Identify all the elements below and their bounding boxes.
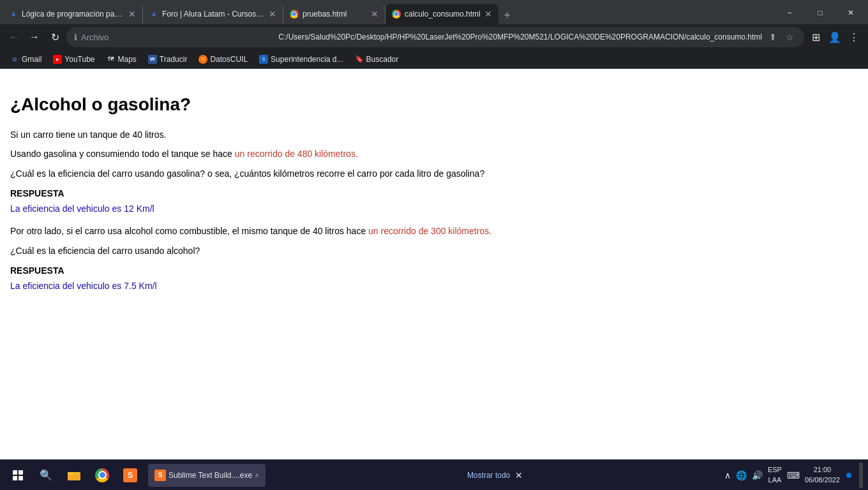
bookmark-gmail-label: Gmail bbox=[22, 55, 41, 64]
address-action-icons: ⬆ ☆ bbox=[766, 30, 797, 44]
bookmark-gmail[interactable]: G Gmail bbox=[5, 52, 47, 67]
word-favicon: W bbox=[148, 55, 157, 64]
bookmark-star-icon[interactable]: ☆ bbox=[782, 30, 797, 44]
taskbar-right: ∧ 🌐 🔊 ESP LAA ⌨ 21:00 06/08/2022 bbox=[724, 463, 863, 488]
result-2-text: La eficiencia del vehiculo es 7.5 Km/l bbox=[10, 281, 858, 291]
tab-favicon-1: a bbox=[9, 10, 18, 19]
tab-favicon-3 bbox=[290, 10, 299, 19]
network-icon[interactable]: 🌐 bbox=[736, 470, 747, 480]
bookmarks-bar: G Gmail YouTube 🗺 Maps W Traducir D Dato… bbox=[0, 50, 868, 69]
datoscuil-favicon: D bbox=[198, 55, 207, 64]
tab-close-1[interactable]: ✕ bbox=[128, 9, 136, 19]
tab-close-4[interactable]: ✕ bbox=[484, 9, 492, 19]
forward-button[interactable]: → bbox=[26, 28, 43, 46]
respuesta-1-label: RESPUESTA bbox=[10, 188, 858, 198]
tab-close-3[interactable]: ✕ bbox=[371, 9, 378, 19]
taskbar: 🔍 S S Sublime Text Build....exe ∧ Mostra… bbox=[0, 459, 868, 490]
maximize-button[interactable]: □ bbox=[805, 4, 835, 22]
profile-icon[interactable]: 👤 bbox=[826, 28, 844, 46]
tab-label-3: pruebas.html bbox=[303, 10, 367, 19]
clock-display[interactable]: 21:00 06/08/2022 bbox=[805, 465, 840, 485]
paragraph-5: ¿Cuál es la eficiencia del carro usando … bbox=[10, 244, 858, 258]
clock-date: 06/08/2022 bbox=[805, 475, 840, 485]
show-all-button[interactable]: Mostrar todo bbox=[467, 471, 510, 480]
minimize-button[interactable]: − bbox=[775, 4, 804, 22]
search-icon: 🔍 bbox=[40, 469, 52, 481]
bookmark-maps-label: Maps bbox=[118, 55, 137, 64]
sublime-icon: S bbox=[123, 468, 137, 482]
running-app-chevron: ∧ bbox=[255, 471, 259, 479]
maps-favicon: 🗺 bbox=[107, 55, 116, 64]
tab-favicon-2: a bbox=[149, 10, 158, 19]
bookmark-traducir[interactable]: W Traducir bbox=[143, 52, 193, 67]
bookmark-datosCUIL[interactable]: D DatosCUIL bbox=[193, 52, 253, 67]
tab-calculo[interactable]: calculo_consumo.html ✕ bbox=[385, 4, 498, 24]
paragraph-2-pre: Usando gasolina y consumiendo todo el ta… bbox=[10, 149, 235, 159]
start-icon bbox=[13, 470, 23, 480]
sublime-taskbar-button[interactable]: S bbox=[117, 463, 143, 488]
tab-logica[interactable]: a Lógica de programación parte 1: ✕ bbox=[3, 4, 143, 24]
file-explorer-button[interactable] bbox=[61, 463, 87, 488]
bookmark-youtube-label: YouTube bbox=[64, 55, 94, 64]
svg-rect-2 bbox=[68, 472, 73, 475]
bookmark-datoscuil-label: DatosCUIL bbox=[210, 55, 248, 64]
bookmark-maps[interactable]: 🗺 Maps bbox=[101, 52, 142, 67]
lang-sub: LAA bbox=[768, 475, 782, 485]
paragraph-1: Si un carro tiene un tanque de 40 litros… bbox=[10, 128, 858, 142]
tab-bar: a Lógica de programación parte 1: ✕ a Fo… bbox=[0, 0, 868, 24]
paragraph-3: ¿Cuál es la eficiencia del carro usando … bbox=[10, 167, 858, 181]
bookmark-super-label: Superintendencia d... bbox=[271, 55, 343, 64]
lock-icon: ℹ bbox=[74, 33, 77, 42]
volume-icon[interactable]: 🔊 bbox=[752, 470, 763, 480]
close-button[interactable]: ✕ bbox=[836, 4, 865, 22]
search-taskbar-button[interactable]: 🔍 bbox=[33, 463, 59, 488]
page-content: ¿Alcohol o gasolina? Si un carro tiene u… bbox=[0, 69, 868, 459]
browser-customize-icon[interactable]: ⊞ bbox=[807, 28, 825, 46]
folder-icon bbox=[67, 468, 81, 482]
paragraph-2: Usando gasolina y consumiendo todo el ta… bbox=[10, 147, 858, 161]
tab-close-2[interactable]: ✕ bbox=[269, 9, 276, 19]
bookmark-traducir-label: Traducir bbox=[160, 55, 188, 64]
result-1-text: La eficiencia del vehiculo es 12 Km/l bbox=[10, 204, 858, 214]
chrome-icon bbox=[95, 468, 109, 482]
language-indicator[interactable]: ESP LAA bbox=[768, 465, 782, 485]
new-tab-button[interactable]: + bbox=[498, 6, 516, 24]
respuesta-2-label: RESPUESTA bbox=[10, 265, 858, 276]
tray-chevron[interactable]: ∧ bbox=[724, 470, 731, 480]
refresh-button[interactable]: ↻ bbox=[46, 28, 64, 46]
paragraph-4: Por otro lado, si el carro usa alcohol c… bbox=[10, 224, 858, 238]
paragraph-4-highlight: un recorrido de 300 kilómetros. bbox=[368, 226, 491, 236]
browser-window: a Lógica de programación parte 1: ✕ a Fo… bbox=[0, 0, 868, 490]
tab-label-4: calculo_consumo.html bbox=[405, 10, 481, 19]
tab-pruebas[interactable]: pruebas.html ✕ bbox=[283, 4, 385, 24]
paragraph-2-highlight: un recorrido de 480 kilómetros. bbox=[235, 149, 358, 159]
chrome-taskbar-button[interactable] bbox=[89, 463, 115, 488]
bookmark-buscador[interactable]: 🔖 Buscador bbox=[350, 52, 404, 67]
tab-label-1: Lógica de programación parte 1: bbox=[22, 10, 124, 19]
window-controls: − □ ✕ bbox=[775, 4, 865, 24]
notification-dot[interactable] bbox=[846, 473, 851, 478]
bookmark-superintendencia[interactable]: S Superintendencia d... bbox=[254, 52, 348, 67]
running-app-label: Sublime Text Build....exe bbox=[168, 471, 252, 480]
show-desktop-button[interactable] bbox=[859, 463, 863, 488]
gmail-favicon: G bbox=[10, 55, 19, 64]
share-icon[interactable]: ⬆ bbox=[766, 30, 780, 44]
show-all-close[interactable]: ✕ bbox=[515, 470, 523, 480]
buscador-favicon: 🔖 bbox=[355, 55, 364, 64]
toolbar-icons: ⊞ 👤 ⋮ bbox=[807, 28, 863, 46]
menu-icon[interactable]: ⋮ bbox=[845, 28, 863, 46]
tab-foro[interactable]: a Foro | Alura Latam - Cursos onlin... ✕ bbox=[143, 4, 283, 24]
running-sublime-icon: S bbox=[154, 470, 166, 481]
page-title: ¿Alcohol o gasolina? bbox=[10, 94, 858, 115]
bookmark-buscador-label: Buscador bbox=[366, 55, 399, 64]
bookmark-youtube[interactable]: YouTube bbox=[48, 52, 100, 67]
clock-time: 21:00 bbox=[805, 465, 840, 475]
back-button[interactable]: ← bbox=[5, 28, 23, 46]
running-app-sublime[interactable]: S Sublime Text Build....exe ∧ bbox=[148, 464, 266, 487]
address-prefix: Archivo bbox=[81, 33, 272, 42]
keyboard-icon[interactable]: ⌨ bbox=[787, 470, 800, 480]
start-button[interactable] bbox=[5, 463, 31, 488]
super-favicon: S bbox=[259, 55, 268, 64]
lang-code: ESP bbox=[768, 465, 782, 475]
address-box[interactable]: ℹ Archivo C:/Users/Salud%20Pc/Desktop/HP… bbox=[66, 27, 804, 47]
